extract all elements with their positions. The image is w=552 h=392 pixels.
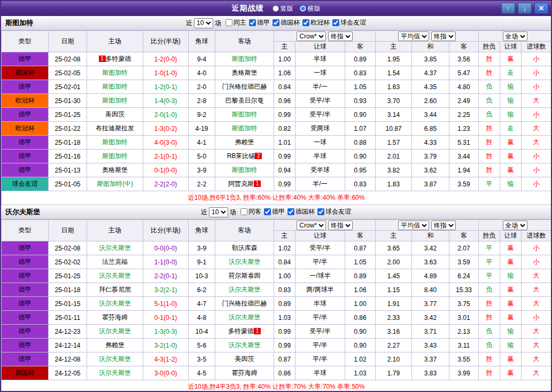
odds-away-cell: 1.07	[345, 122, 376, 136]
team-title: 斯图加特	[1, 18, 33, 28]
avg-draw-cell: 3.44	[412, 108, 449, 122]
odds-home-cell: 0.99	[274, 108, 296, 122]
away-team-cell: 门兴格拉德巴赫	[215, 297, 274, 311]
filter-checkbox[interactable]: 德甲	[264, 207, 285, 216]
date-cell: 24-12-08	[49, 352, 87, 366]
home-team-cell: 斯图加特	[87, 80, 143, 94]
recent-results-window: 近期战绩 竖版横版 ↑ ↓ ✕ 斯图加特 近 10 场 同主德甲德国杯欧冠杯球会…	[0, 0, 552, 392]
away-team-cell: 巴黎圣日尔曼	[215, 94, 274, 108]
match-row: 德甲25-01-15沃尔夫斯堡5-1(1-0)4-7门兴格拉德巴赫0.89半球1…	[2, 297, 551, 311]
away-team-cell: 沃尔夫斯堡	[215, 283, 274, 297]
view-mode-radio[interactable]	[300, 5, 306, 12]
goals-cell: 大	[522, 297, 551, 311]
date-cell: 24-12-14	[49, 339, 87, 352]
filter-checkbox[interactable]: 德国杯	[273, 18, 300, 27]
filter-checkbox-input[interactable]	[249, 19, 256, 26]
match-row: 德甲25-01-13奥格斯堡0-1(0-0)3-9斯图加特0.94受半球0.95…	[2, 163, 551, 177]
home-team-cell: 拜仁慕尼黑	[87, 283, 143, 297]
games-label: 场	[230, 208, 236, 217]
handicap-cell: 半球	[296, 366, 345, 380]
away-team-cell: 沃尔夫斯堡	[215, 339, 274, 352]
avg-select[interactable]: 平均值	[398, 221, 429, 230]
avg-odds-header: 平均值 终指	[376, 31, 479, 42]
filter-checkbox[interactable]: 球会友谊	[317, 207, 351, 216]
avg-draw-cell: 3.87	[412, 177, 449, 191]
team-name: 巴黎圣日尔曼	[226, 97, 264, 104]
score-cell: 3-0(0-0)	[143, 366, 189, 380]
avg-home-cell: 3.65	[376, 241, 412, 255]
handicap-result-cell: 赢	[500, 311, 522, 325]
filter-checkbox-input[interactable]	[317, 208, 324, 215]
result-cell: 平	[479, 269, 500, 283]
match-row: 欧冠杯25-01-22布拉迪斯拉发1-3(0-2)4-19斯图加特0.82受两球…	[2, 122, 551, 136]
home-team-cell: 沃尔夫斯堡	[87, 366, 143, 380]
col-home: 主场	[87, 220, 143, 241]
league-cell: 德甲	[2, 163, 49, 177]
odds-home-cell: 0.96	[274, 94, 296, 108]
filter-checkbox[interactable]: 球会友谊	[332, 18, 366, 27]
odds-company-select[interactable]: Crow*	[297, 221, 326, 230]
avg-home-cell: 3.14	[376, 108, 412, 122]
view-mode-option[interactable]: 横版	[300, 4, 321, 13]
team-name: 斯图加特	[102, 138, 128, 146]
scroll-up-button[interactable]: ↑	[501, 3, 515, 14]
score-cell: 2-0(1-0)	[143, 108, 189, 122]
team-name: 斯图加特	[232, 111, 258, 118]
odds-final-index-select[interactable]: 终指	[328, 221, 353, 230]
avg-home-cell: 2.33	[376, 311, 412, 325]
fulltime-select[interactable]: 全场	[503, 221, 527, 230]
odds-final-index-select[interactable]: 终指	[328, 32, 353, 41]
filter-checkbox-input[interactable]	[226, 19, 232, 26]
corners-cell: 4-0	[189, 66, 215, 80]
filter-checkbox-input[interactable]	[287, 208, 294, 215]
filter-checkbox-input[interactable]	[264, 208, 271, 215]
filter-checkbox-input[interactable]	[302, 19, 309, 26]
fulltime-header: 全场	[479, 220, 551, 231]
filter-checkbox[interactable]: 同主	[226, 18, 246, 27]
filter-checkbox-input[interactable]	[273, 19, 279, 26]
recent-count-select[interactable]: 10	[194, 18, 213, 28]
avg-select[interactable]: 平均值	[398, 32, 429, 41]
team-name: 沃尔夫斯堡	[99, 355, 131, 363]
avg-final-index-select[interactable]: 终指	[431, 32, 456, 41]
odds-company-select[interactable]: Crow*	[297, 32, 326, 41]
filter-checkbox[interactable]: 德甲	[249, 18, 270, 27]
scroll-down-button[interactable]: ↓	[518, 3, 532, 14]
score-cell: 2-2(0-1)	[143, 269, 189, 283]
team-name: 沃尔夫斯堡	[99, 300, 131, 307]
team-name: 斯图加特	[102, 69, 128, 76]
team-name: 沃尔夫斯堡	[99, 327, 131, 335]
filter-checkbox[interactable]: 德国杯	[287, 207, 315, 216]
score-cell: 4-0(3-0)	[143, 136, 189, 150]
subcol-avg-away: 客	[449, 42, 479, 52]
result-cell: 负	[479, 94, 500, 108]
window-controls: ↑ ↓ ✕	[501, 3, 548, 14]
filter-checkbox-input[interactable]	[240, 208, 247, 215]
avg-away-cell: 3.59	[449, 255, 479, 269]
team-name: 沃尔夫斯堡	[99, 369, 131, 377]
view-mode-radio[interactable]	[273, 5, 279, 12]
team-name: 勒沃库森	[232, 244, 258, 252]
match-row: 德甲25-01-11霍芬海姆0-1(0-1)4-8沃尔夫斯堡1.03平/半0.8…	[2, 311, 551, 325]
team-name: 沃尔夫斯堡	[229, 286, 261, 293]
odds-away-cell: 0.87	[345, 241, 376, 255]
score-cell: 0-1(0-0)	[143, 163, 189, 177]
section-header-bar: 斯图加特 近 10 场 同主德甲德国杯欧冠杯球会友谊	[1, 16, 551, 30]
summary-row: 近10场,胜4平3负3, 胜率:40% 让胜率:70% 大率:70% 单率:50…	[2, 380, 551, 392]
filter-checkbox[interactable]: 欧冠杯	[302, 18, 330, 27]
avg-draw-cell: 3.43	[412, 339, 449, 352]
score-cell: 5-1(1-0)	[143, 297, 189, 311]
avg-final-index-select[interactable]: 终指	[431, 221, 456, 230]
recent-count-select[interactable]: 10	[209, 207, 228, 217]
filter-checkbox-input[interactable]	[332, 19, 339, 26]
odds-home-cell: 0.86	[274, 366, 296, 380]
close-button[interactable]: ✕	[534, 3, 548, 14]
view-mode-option[interactable]: 竖版	[273, 4, 293, 13]
odds-home-cell: 0.99	[274, 177, 296, 191]
away-team-cell: 沃尔夫斯堡	[215, 311, 274, 325]
score-cell: 1-1(0-0)	[143, 255, 189, 269]
avg-away-cell: 3.56	[449, 52, 479, 66]
fulltime-select[interactable]: 全场	[503, 32, 527, 41]
filter-checkbox[interactable]: 同客	[240, 207, 261, 216]
handicap-result-cell: 输	[500, 80, 522, 94]
